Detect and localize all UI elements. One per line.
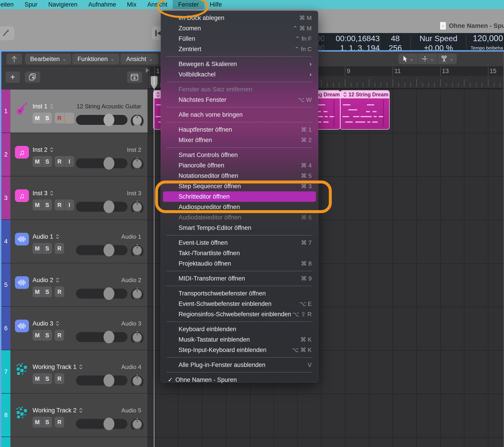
input-monitor-button[interactable]: I: [64, 156, 74, 167]
track-header-7[interactable]: 7Working Track 1Audio 4MSR: [1, 350, 148, 393]
volume-slider-thumb[interactable]: [104, 200, 114, 213]
menu-item-hauptfenster-öffnen[interactable]: Hauptfenster öffnen⌘ 1: [161, 124, 318, 135]
volume-slider-thumb[interactable]: [104, 331, 114, 343]
mute-button[interactable]: M: [33, 113, 42, 123]
mute-button[interactable]: M: [33, 243, 42, 254]
solo-button[interactable]: S: [42, 113, 52, 123]
menu-item-event-liste-öffnen[interactable]: Event-Liste öffnen⌘ 7: [161, 237, 318, 248]
mute-button[interactable]: M: [33, 156, 42, 167]
menu-item-smart-tempo-editor-öffnen[interactable]: Smart Tempo-Editor öffnen: [161, 223, 318, 233]
menu-item-smart-controls-öffnen[interactable]: Smart Controls öffnen: [161, 150, 318, 160]
menu-item-mixer-öffnen[interactable]: Mixer öffnen⌘ 2: [161, 135, 318, 145]
pan-knob[interactable]: [131, 156, 144, 172]
pan-knob[interactable]: [131, 199, 144, 215]
crosshair-tool-button[interactable]: ⌄: [418, 54, 437, 64]
pan-knob[interactable]: [131, 113, 144, 128]
menu-item-audiospureditor-öffnen[interactable]: Audiospureditor öffnen: [161, 202, 318, 212]
track-header-1[interactable]: 1Inst 112 String Acoustic GuitarMSRI: [1, 90, 148, 133]
volume-slider-thumb[interactable]: [104, 287, 114, 300]
record-enable-button[interactable]: R: [55, 286, 64, 297]
track-name[interactable]: Working Track 2: [33, 406, 83, 414]
record-enable-button[interactable]: R: [55, 113, 64, 123]
mute-button[interactable]: M: [33, 373, 42, 384]
volume-slider-thumb[interactable]: [104, 157, 114, 170]
volume-slider[interactable]: [76, 115, 127, 125]
hide-toolbar-button[interactable]: [6, 54, 22, 64]
volume-slider[interactable]: [76, 202, 127, 212]
solo-button[interactable]: S: [42, 156, 52, 167]
track-header-4[interactable]: 4Audio 1Audio 1MSR: [1, 220, 148, 263]
menu-item-bewegen-skalieren[interactable]: Bewegen & Skalieren›: [161, 59, 318, 69]
menubar-item-hilfe[interactable]: Hilfe: [204, 0, 227, 9]
menu-item-regionsinfos-schwebefenster-einblenden[interactable]: Regionsinfos-Schwebefenster einblenden⌥ …: [161, 309, 318, 319]
volume-slider[interactable]: [76, 375, 127, 386]
track-name[interactable]: Audio 3: [33, 319, 59, 328]
track-name[interactable]: Inst 1: [33, 102, 54, 110]
mute-button[interactable]: M: [33, 417, 42, 428]
edit-menu-button[interactable]: Bearbeiten⌄: [25, 54, 71, 64]
menu-item-ohne-namen-spuren[interactable]: Ohne Namen - Spuren✓: [161, 375, 318, 385]
menu-item-alle-plug-in-fenster-ausblenden[interactable]: Alle Plug-in-Fenster ausblendenV: [161, 360, 318, 370]
menu-item-füllen[interactable]: Füllen⌃ fn F: [161, 34, 318, 44]
volume-slider-thumb[interactable]: [104, 244, 114, 256]
track-name[interactable]: Audio 2: [33, 276, 59, 284]
volume-slider-thumb[interactable]: [104, 114, 114, 126]
track-name[interactable]: Inst 3: [33, 189, 54, 197]
input-monitor-button[interactable]: I: [64, 113, 74, 123]
menubar-item-spur[interactable]: Spur: [19, 0, 43, 9]
menu-item-event-schwebefenster-einblenden[interactable]: Event-Schwebefenster einblenden⌥ E: [161, 299, 318, 309]
track-name[interactable]: Inst 2: [33, 146, 54, 154]
menu-item-alle-nach-vorne-bringen[interactable]: Alle nach vorne bringen: [161, 110, 318, 120]
track-header-6[interactable]: 6Audio 3Audio 3MSR: [1, 307, 148, 350]
menu-item-musik-tastatur-einblenden[interactable]: Musik-Tastatur einblenden⌘ K: [161, 334, 318, 345]
mute-button[interactable]: M: [33, 330, 42, 341]
solo-button[interactable]: S: [42, 373, 52, 384]
track-header-partial[interactable]: [1, 437, 148, 447]
volume-slider-thumb[interactable]: [104, 374, 114, 387]
menu-item-keyboard-einblenden[interactable]: Keyboard einblenden: [161, 324, 318, 334]
track-header-8[interactable]: 8Working Track 2Audio 5MSR: [1, 394, 148, 437]
playhead-handle[interactable]: [150, 76, 159, 91]
scissors-tool-button[interactable]: ⌄: [437, 54, 457, 64]
volume-slider[interactable]: [76, 419, 127, 429]
solo-button[interactable]: S: [42, 199, 52, 210]
duplicate-track-button[interactable]: [25, 72, 40, 83]
record-enable-button[interactable]: R: [55, 373, 64, 384]
menu-item-zentriert[interactable]: Zentriert⌃ fn C: [161, 44, 318, 54]
menu-item-projektaudio-öffnen[interactable]: Projektaudio öffnen⌘ 8: [161, 258, 318, 269]
pencil-tool-button[interactable]: [0, 26, 15, 40]
pan-knob[interactable]: [131, 286, 144, 302]
input-monitor-button[interactable]: I: [64, 199, 74, 210]
record-enable-button[interactable]: R: [55, 156, 64, 167]
pan-knob[interactable]: [131, 417, 144, 432]
menu-item-im-dock-ablegen[interactable]: Im Dock ablegen⌘ M: [161, 13, 318, 23]
solo-button[interactable]: S: [42, 417, 52, 428]
mute-button[interactable]: M: [33, 286, 42, 297]
menubar-item-fenster[interactable]: Fenster: [173, 0, 204, 9]
track-header-options-button[interactable]: [127, 72, 142, 83]
record-enable-button[interactable]: R: [55, 243, 64, 254]
menubar-item-navigieren[interactable]: Navigieren: [43, 0, 83, 9]
record-enable-button[interactable]: R: [55, 417, 64, 428]
track-header-2[interactable]: 2♫Inst 2Inst 2MSRI: [1, 133, 148, 176]
functions-menu-button[interactable]: Funktionen⌄: [72, 54, 119, 64]
menu-item-vollbildkachel[interactable]: Vollbildkachel›: [161, 69, 318, 80]
pan-knob[interactable]: [131, 330, 144, 345]
track-header-3[interactable]: 3♫Inst 3Inst 3MSRI: [1, 176, 148, 219]
menu-item-zoomen[interactable]: Zoomen⌃ ⌘ M: [161, 23, 318, 34]
menubar-item-mix[interactable]: Mix: [122, 0, 142, 9]
volume-slider[interactable]: [76, 332, 127, 342]
pointer-tool-button[interactable]: ⌄: [398, 54, 418, 64]
track-name[interactable]: Working Track 1: [33, 363, 83, 371]
solo-button[interactable]: S: [42, 330, 52, 341]
add-track-button[interactable]: +: [5, 72, 20, 83]
menu-item-midi-transformer-öffnen[interactable]: MIDI-Transformer öffnen⌘ 9: [161, 273, 318, 284]
menu-item-step-input-keyboard-einblenden[interactable]: Step-Input-Keyboard einblenden⌥ ⌘ K: [161, 345, 318, 355]
menubar-item-eiten[interactable]: eiten: [0, 0, 19, 9]
menu-item-pianorolle-öffnen[interactable]: Pianorolle öffnen⌘ 4: [161, 160, 318, 171]
record-enable-button[interactable]: R: [55, 330, 64, 341]
menu-item-transportschwebefenster-öffnen[interactable]: Transportschwebefenster öffnen: [161, 288, 318, 299]
pan-knob[interactable]: [131, 373, 144, 389]
menu-item-nächstes-fenster[interactable]: Nächstes Fenster⌥ W: [161, 95, 318, 105]
solo-button[interactable]: S: [42, 243, 52, 254]
